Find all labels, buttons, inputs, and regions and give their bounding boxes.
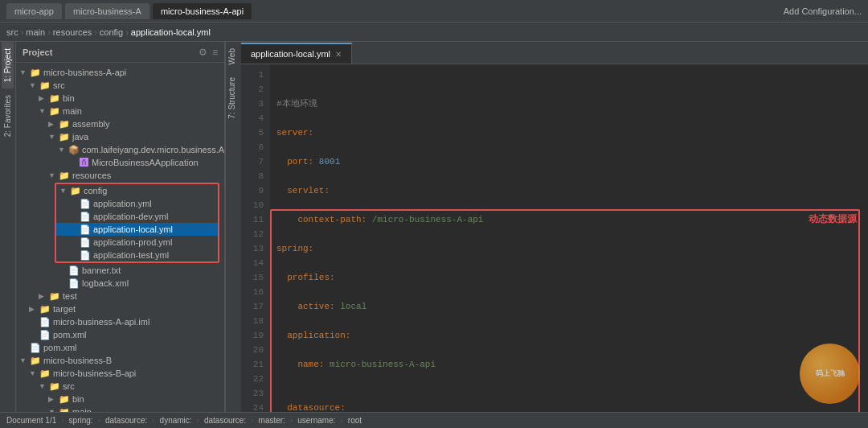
tree-item-b-bin[interactable]: ▶ 📁 bin: [16, 393, 224, 405]
status-dynamic: dynamic:: [160, 416, 192, 425]
tree-item-application-test-yml[interactable]: 📄 application-test.yml: [56, 249, 218, 261]
tree-item-micro-business-b-api[interactable]: ▼ 📁 micro-business-B-api: [16, 367, 224, 380]
tree-item-b-main[interactable]: ▼ 📁 main: [16, 405, 224, 412]
breadcrumb-src[interactable]: src: [6, 27, 18, 37]
breadcrumb: src › main › resources › config › applic…: [0, 23, 868, 42]
tree-item-test[interactable]: ▶ 📁 test: [16, 290, 224, 302]
tree-item-b-src[interactable]: ▼ 📁 src: [16, 380, 224, 393]
breadcrumb-config[interactable]: config: [100, 27, 123, 37]
line-numbers: 12345 678910 1112131415 1617181920 21222…: [241, 64, 270, 412]
tab-micro-business-a-label: micro-business-A: [73, 6, 141, 16]
menu-icon[interactable]: ≡: [212, 47, 218, 58]
tree-item-main-class[interactable]: 🅰 MicroBusinessAApplication: [16, 156, 224, 169]
tree-item[interactable]: ▼ 📁 micro-business-A-api: [16, 66, 224, 79]
editor-wrapper: 12345 678910 1112131415 1617181920 21222…: [241, 64, 868, 412]
tree-item[interactable]: ▼ 📁 main: [16, 105, 224, 117]
tab-micro-app[interactable]: micro-app: [6, 3, 62, 19]
tree-item-application-dev-yml[interactable]: 📄 application-dev.yml: [56, 210, 218, 223]
sidebar: Project ⚙ ≡ ▼ 📁 micro-business-A-api ▼ 📁…: [16, 42, 225, 412]
breadcrumb-resources[interactable]: resources: [53, 27, 92, 37]
tab-micro-business-a-api-label: micro-business-A-api: [161, 6, 244, 16]
code-editor[interactable]: #本地环境 server: port: 8001 servlet: contex…: [270, 64, 868, 412]
close-tab-icon[interactable]: ✕: [335, 50, 342, 59]
add-config-button[interactable]: Add Configuration...: [784, 6, 862, 16]
tree-item-logback-xml[interactable]: 📄 logback.xml: [16, 277, 224, 290]
tree-item-application-local-yml[interactable]: 📄 application-local.yml: [56, 223, 218, 236]
tab-micro-app-label: micro-app: [14, 6, 54, 16]
status-datasource2: datasource:: [204, 416, 246, 425]
datasource-annotation-label: 动态数据源: [809, 212, 857, 226]
tree-item-resources[interactable]: ▼ 📁 resources: [16, 169, 224, 182]
sidebar-tree: ▼ 📁 micro-business-A-api ▼ 📁 src ▶ 📁 bin…: [16, 63, 224, 412]
breadcrumb-file[interactable]: application-local.yml: [131, 27, 211, 37]
top-tab-bar: micro-app micro-business-A micro-busines…: [0, 0, 868, 23]
status-master: master:: [259, 416, 285, 425]
status-bar: Document 1/1 › spring: › datasource: › d…: [0, 412, 868, 428]
tab-micro-business-a-api[interactable]: micro-business-A-api: [153, 3, 252, 19]
status-username: username:: [297, 416, 335, 425]
vtab-project[interactable]: 1: Project: [2, 42, 14, 88]
status-root: root: [348, 416, 362, 425]
settings-icon[interactable]: ⚙: [199, 47, 207, 58]
tree-item-target[interactable]: ▶ 📁 target: [16, 302, 224, 315]
tree-item-java[interactable]: ▼ 📁 java: [16, 130, 224, 143]
tree-item-assembly[interactable]: ▶ 📁 assembly: [16, 117, 224, 130]
tree-item-pom-inner[interactable]: 📄 pom.xml: [16, 328, 224, 341]
tree-item-package[interactable]: ▼ 📦 com.laifeiyang.dev.micro.business.A: [16, 143, 224, 156]
vtab-structure[interactable]: 7: Structure: [226, 71, 241, 126]
tab-micro-business-a[interactable]: micro-business-A: [65, 3, 149, 19]
status-document: Document 1/1: [6, 416, 56, 425]
tree-item-config[interactable]: ▼ 📁 config: [56, 184, 218, 197]
watermark: 码上飞驰: [800, 344, 860, 404]
right-vertical-tabs-left: Web 7: Structure: [225, 42, 241, 412]
status-spring: spring:: [69, 416, 93, 425]
editor-tab-label: application-local.yml: [251, 49, 330, 59]
vtab-web[interactable]: Web: [226, 42, 241, 71]
tree-item-pom-outer[interactable]: 📄 pom.xml: [16, 341, 224, 354]
status-datasource: datasource:: [105, 416, 147, 425]
tree-item[interactable]: ▼ 📁 src: [16, 79, 224, 92]
editor-tab-application-local[interactable]: application-local.yml ✕: [241, 43, 352, 64]
tree-item-banner-txt[interactable]: 📄 banner.txt: [16, 264, 224, 277]
tree-item[interactable]: ▶ 📁 bin: [16, 92, 224, 105]
sidebar-toolbar: Project ⚙ ≡: [16, 42, 224, 63]
breadcrumb-main[interactable]: main: [26, 27, 45, 37]
editor-tabs: application-local.yml ✕: [241, 42, 868, 64]
editor-area: application-local.yml ✕ 12345 678910 111…: [241, 42, 868, 412]
tree-item-application-yml[interactable]: 📄 application.yml: [56, 197, 218, 210]
tree-item-application-prod-yml[interactable]: 📄 application-prod.yml: [56, 236, 218, 249]
tree-item-iml[interactable]: 📄 micro-business-A-api.iml: [16, 315, 224, 328]
left-vertical-tabs: 1: Project 2: Favorites: [0, 42, 16, 412]
vtab-favorites[interactable]: 2: Favorites: [2, 88, 14, 143]
sidebar-title: Project: [23, 47, 52, 57]
tree-item-micro-business-b[interactable]: ▼ 📁 micro-business-B: [16, 354, 224, 367]
